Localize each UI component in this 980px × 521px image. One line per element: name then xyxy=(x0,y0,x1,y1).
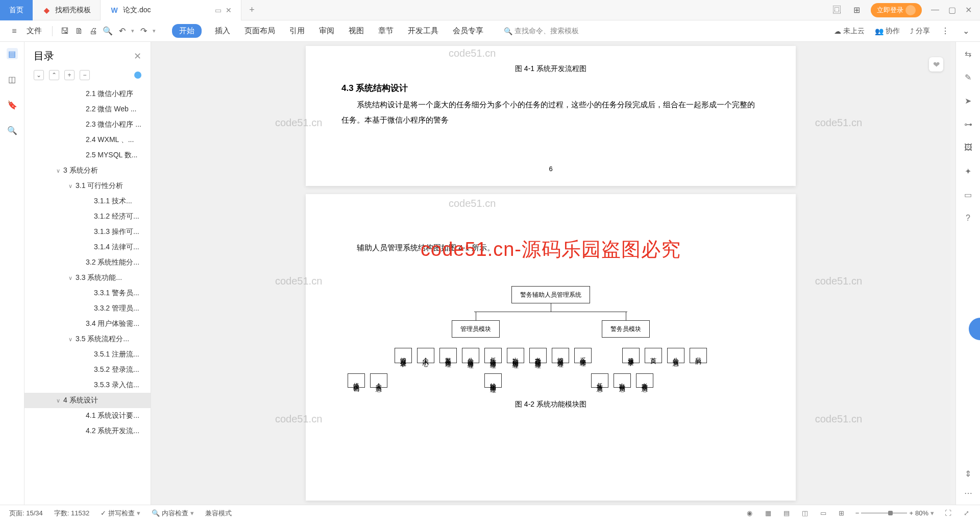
view4-icon[interactable]: ▭ xyxy=(819,509,828,517)
side-panel-toggle[interactable] xyxy=(969,318,980,340)
close-panel-icon[interactable]: ✕ xyxy=(134,51,141,62)
outline-item[interactable]: 3.5.2 登录流... xyxy=(24,362,151,377)
select-icon[interactable]: ➤ xyxy=(963,95,974,106)
more-icon[interactable]: ⋮ xyxy=(940,26,950,36)
page-indicator[interactable]: 页面: 15/34 xyxy=(9,509,43,518)
remove-button[interactable]: − xyxy=(80,70,90,80)
scroll-nav-icon[interactable]: ⇕ xyxy=(963,468,974,479)
print-icon[interactable]: 🖨 xyxy=(88,26,99,36)
file-menu[interactable]: 文件 xyxy=(23,26,45,36)
outline-item[interactable]: 3.2 系统性能分... xyxy=(24,255,151,270)
ribbon-tab-section[interactable]: 章节 xyxy=(377,24,395,38)
minimize-button[interactable]: — xyxy=(931,5,939,15)
collapse-ribbon-icon[interactable]: ⌄ xyxy=(961,26,971,36)
close-window-button[interactable]: ✕ xyxy=(965,5,972,15)
expand-all-button[interactable]: ⌃ xyxy=(49,70,59,80)
outline-item[interactable]: 3.3.2 管理员... xyxy=(24,301,151,316)
outline-item[interactable]: ∨4 系统设计 xyxy=(24,393,151,408)
bookmark-toggle[interactable]: ❤ xyxy=(929,57,943,72)
outline-item[interactable]: ∨3.5 系统流程分... xyxy=(24,331,151,347)
outline-item[interactable]: 4.2 系统开发流... xyxy=(24,423,151,439)
ribbon-tab-layout[interactable]: 页面布局 xyxy=(243,24,276,38)
cloud-status[interactable]: ☁未上云 xyxy=(834,27,865,36)
help-icon[interactable]: ? xyxy=(963,212,974,224)
bookmark-icon[interactable]: 🔖 xyxy=(7,99,18,110)
view3-icon[interactable]: ◫ xyxy=(800,509,810,517)
ribbon-tab-review[interactable]: 审阅 xyxy=(318,24,335,38)
tab-document[interactable]: W 论文.doc ▭ ✕ xyxy=(101,0,241,20)
ribbon-tab-vip[interactable]: 会员专享 xyxy=(452,24,484,38)
login-button[interactable]: 立即登录 xyxy=(871,3,922,17)
compat-mode[interactable]: 兼容模式 xyxy=(205,509,232,518)
zoom-out-icon[interactable]: − xyxy=(855,509,860,517)
reading-mode-icon[interactable]: ⿴ xyxy=(832,5,842,15)
outline-item[interactable]: 3.3.1 警务员... xyxy=(24,286,151,301)
window-mode-icon[interactable]: ▭ xyxy=(215,6,222,14)
fit-icon[interactable]: ⤢ xyxy=(962,509,971,517)
collapse-all-button[interactable]: ⌄ xyxy=(34,70,44,80)
eye-icon[interactable]: ◉ xyxy=(745,509,754,517)
save-icon[interactable]: 🖫 xyxy=(60,26,70,36)
thumbnail-icon[interactable]: ◫ xyxy=(7,74,18,85)
reading-icon[interactable]: ▭ xyxy=(963,189,974,200)
view1-icon[interactable]: ▦ xyxy=(764,509,773,517)
ribbon-tab-developer[interactable]: 开发工具 xyxy=(407,24,439,38)
outline-item[interactable]: ∨3.1 可行性分析 xyxy=(24,178,151,194)
adjust-icon[interactable]: ⇆ xyxy=(963,48,974,59)
more-tools-icon[interactable]: ⋯ xyxy=(963,487,974,499)
document-area[interactable]: ❤ code51.cn 图 4-1 系统开发流程图 4.3 系统结构设计 系统结… xyxy=(151,42,950,505)
outline-icon[interactable]: ▤ xyxy=(7,48,18,59)
outline-options-icon[interactable] xyxy=(134,72,141,79)
ai-icon[interactable]: ✦ xyxy=(963,165,974,177)
search-input[interactable]: 🔍 查找命令、搜索模板 xyxy=(504,27,579,36)
outline-item[interactable]: ∨3 系统分析 xyxy=(24,163,151,178)
outline-list[interactable]: 2.1 微信小程序2.2 微信 Web ...2.3 微信小程序 ...2.4 … xyxy=(24,86,151,505)
zoom-slider[interactable] xyxy=(861,512,907,514)
undo-icon[interactable]: ↶ xyxy=(117,26,127,36)
menu-icon[interactable]: ≡ xyxy=(9,26,19,36)
print-preview-icon[interactable]: 🔍 xyxy=(103,26,113,36)
content-check-button[interactable]: 🔍内容检查▾ xyxy=(152,509,194,518)
collab-button[interactable]: 👥协作 xyxy=(875,27,900,36)
zoom-in-icon[interactable]: + xyxy=(909,509,913,517)
outline-item[interactable]: 3.4 用户体验需... xyxy=(24,316,151,331)
ribbon-tab-view[interactable]: 视图 xyxy=(348,24,365,38)
outline-item[interactable]: 3.5.3 录入信... xyxy=(24,377,151,393)
add-button[interactable]: + xyxy=(64,70,75,80)
outline-item[interactable]: 3.1.4 法律可... xyxy=(24,240,151,255)
save-as-icon[interactable]: 🗎 xyxy=(74,26,84,36)
expand-icon[interactable]: ⛶ xyxy=(943,509,952,517)
scrollbar[interactable] xyxy=(950,42,955,505)
ribbon-tab-insert[interactable]: 插入 xyxy=(214,24,231,38)
outline-item[interactable]: 2.2 微信 Web ... xyxy=(24,102,151,117)
find-icon[interactable]: 🔍 xyxy=(7,125,18,136)
pen-icon[interactable]: ✎ xyxy=(963,72,974,83)
ribbon-tab-references[interactable]: 引用 xyxy=(288,24,306,38)
outline-item[interactable]: 3.1.3 操作可... xyxy=(24,224,151,240)
close-icon[interactable]: ✕ xyxy=(226,6,232,14)
outline-item[interactable]: ∨3.3 系统功能... xyxy=(24,270,151,286)
share-button[interactable]: ⤴分享 xyxy=(910,27,930,36)
redo-icon[interactable]: ↷ xyxy=(138,26,149,36)
outline-item[interactable]: 3.1.2 经济可... xyxy=(24,209,151,224)
maximize-button[interactable]: ▢ xyxy=(948,5,956,15)
tab-home[interactable]: 首页 xyxy=(0,0,33,20)
outline-item[interactable]: 4.1 系统设计要... xyxy=(24,408,151,423)
outline-item[interactable]: 3.1.1 技术... xyxy=(24,194,151,209)
outline-item[interactable]: 3.5.1 注册流... xyxy=(24,347,151,362)
view5-icon[interactable]: ⊞ xyxy=(837,509,846,517)
outline-item[interactable]: 2.5 MYSQL 数... xyxy=(24,148,151,163)
new-tab-button[interactable]: + xyxy=(241,5,262,15)
zoom-control[interactable]: − + 80%▾ xyxy=(855,509,934,517)
settings-icon[interactable]: ⊶ xyxy=(963,119,974,130)
tab-template[interactable]: ◆ 找稻壳模板 xyxy=(33,0,101,20)
outline-item[interactable]: 2.1 微信小程序 xyxy=(24,86,151,102)
outline-item[interactable]: 2.4 WXML 、... xyxy=(24,132,151,148)
spellcheck-button[interactable]: ✓拼写检查▾ xyxy=(101,509,140,518)
ribbon-tab-start[interactable]: 开始 xyxy=(172,24,202,38)
image-icon[interactable]: 🖼 xyxy=(963,142,974,153)
outline-item[interactable]: 2.3 微信小程序 ... xyxy=(24,117,151,132)
view2-icon[interactable]: ▤ xyxy=(782,509,791,517)
grid-icon[interactable]: ⊞ xyxy=(851,5,862,15)
word-count[interactable]: 字数: 11532 xyxy=(54,509,89,518)
